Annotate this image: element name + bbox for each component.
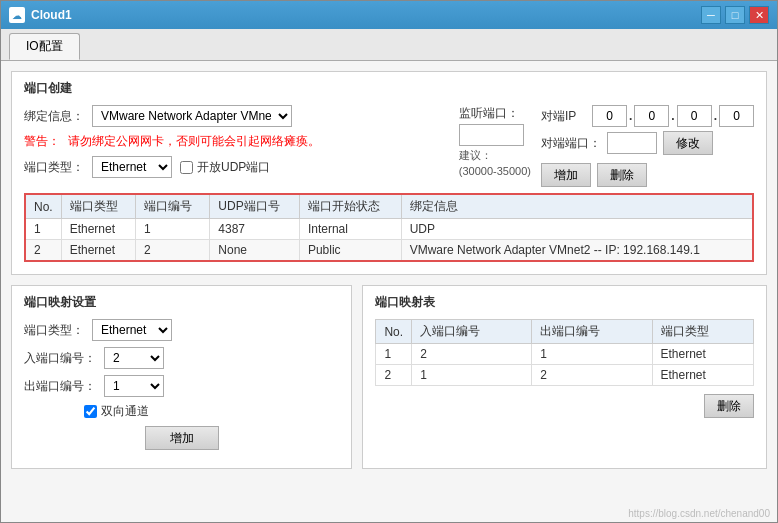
map-table-title: 端口映射表 [375,294,754,311]
listen-group: 监听端口： 30000 建议： (30000-35000) [459,105,531,177]
main-window: ☁ Cloud1 ─ □ ✕ IO配置 端口创建 绑定信息： [0,0,778,523]
ip-inputs: . . . [592,105,754,127]
map-delete-button[interactable]: 删除 [704,394,754,418]
port-create-title: 端口创建 [24,80,754,97]
delete-port-button[interactable]: 删除 [597,163,647,187]
close-button[interactable]: ✕ [749,6,769,24]
bottom-sections: 端口映射设置 端口类型： Ethernet 入端口编号： 2 出端口编号： [11,285,767,469]
action-buttons: 增加 删除 [541,163,754,187]
right-top: 监听端口： 30000 建议： (30000-35000) 对端IP [459,105,754,187]
side-panel: 绑定信息： VMware Network Adapter VMnet2 -- I… [24,105,754,187]
ip-octet-2[interactable] [634,105,669,127]
map-row2-in: 1 [412,365,532,386]
map-row1-in: 2 [412,344,532,365]
map-in-port-label: 入端口编号： [24,350,96,367]
warning-label: 警告： [24,133,60,150]
peer-ip-row: 对端IP . . . [541,105,754,127]
row1-no: 1 [25,219,61,240]
table-row[interactable]: 2 Ethernet 2 None Public VMware Network … [25,240,753,262]
port-type-row: 端口类型： Ethernet 开放UDP端口 [24,156,443,178]
row2-no: 2 [25,240,61,262]
listen-hint: 建议： [459,148,531,163]
map-row2-out: 2 [532,365,652,386]
row2-state: Public [299,240,401,262]
row1-num: 1 [136,219,210,240]
app-icon: ☁ [9,7,25,23]
col-no: No. [25,194,61,219]
map-in-port-row: 入端口编号： 2 [24,347,339,369]
row1-type: Ethernet [61,219,135,240]
row2-num: 2 [136,240,210,262]
map-out-port-row: 出端口编号： 1 [24,375,339,397]
port-type-select[interactable]: Ethernet [92,156,172,178]
port-type-label: 端口类型： [24,159,84,176]
row2-type: Ethernet [61,240,135,262]
minimize-button[interactable]: ─ [701,6,721,24]
bidirectional-label: 双向通道 [84,403,149,420]
col-udp: UDP端口号 [210,194,300,219]
content-area: 端口创建 绑定信息： VMware Network Adapter VMnet2… [1,61,777,522]
listen-port-input[interactable]: 30000 [459,124,524,146]
peer-port-label: 对端端口： [541,135,601,152]
table-row[interactable]: 1 Ethernet 1 4387 Internal UDP [25,219,753,240]
map-add-row: 增加 [24,426,339,450]
title-buttons: ─ □ ✕ [701,6,769,24]
map-table-section: 端口映射表 No. 入端口编号 出端口编号 端口类型 1 2 [362,285,767,469]
map-col-type: 端口类型 [652,320,753,344]
bind-select[interactable]: VMware Network Adapter VMnet2 -- IP: 192… [92,105,292,127]
listen-range: (30000-35000) [459,165,531,177]
map-add-button[interactable]: 增加 [145,426,219,450]
map-row2-no: 2 [376,365,412,386]
port-create-left: 绑定信息： VMware Network Adapter VMnet2 -- I… [24,105,443,187]
peer-port-row: 对端端口： 0 修改 [541,131,754,155]
port-create-right: 监听端口： 30000 建议： (30000-35000) 对端IP [459,105,754,187]
map-col-out: 出端口编号 [532,320,652,344]
row1-bind: UDP [401,219,753,240]
bidirectional-row: 双向通道 [24,403,339,420]
peer-ip-label: 对端IP [541,108,586,125]
port-create-section: 端口创建 绑定信息： VMware Network Adapter VMnet2… [11,71,767,275]
peer-port-input[interactable]: 0 [607,132,657,154]
warning-text: 请勿绑定公网网卡，否则可能会引起网络瘫痪。 [68,133,320,150]
map-settings-section: 端口映射设置 端口类型： Ethernet 入端口编号： 2 出端口编号： [11,285,352,469]
col-bind: 绑定信息 [401,194,753,219]
row1-state: Internal [299,219,401,240]
window-title: Cloud1 [31,8,72,22]
map-row2-type: Ethernet [652,365,753,386]
bind-label: 绑定信息： [24,108,84,125]
map-table: No. 入端口编号 出端口编号 端口类型 1 2 1 Ethernet [375,319,754,386]
col-num: 端口编号 [136,194,210,219]
map-settings-title: 端口映射设置 [24,294,339,311]
tab-bar: IO配置 [1,29,777,61]
map-col-in: 入端口编号 [412,320,532,344]
ip-octet-1[interactable] [592,105,627,127]
modify-button[interactable]: 修改 [663,131,713,155]
map-out-port-label: 出端口编号： [24,378,96,395]
ip-octet-3[interactable] [677,105,712,127]
add-port-button[interactable]: 增加 [541,163,591,187]
map-table-row[interactable]: 1 2 1 Ethernet [376,344,754,365]
port-table: No. 端口类型 端口编号 UDP端口号 端口开始状态 绑定信息 1 Ether… [24,193,754,262]
maximize-button[interactable]: □ [725,6,745,24]
ip-octet-4[interactable] [719,105,754,127]
title-bar-left: ☁ Cloud1 [9,7,72,23]
map-row1-no: 1 [376,344,412,365]
row2-bind: VMware Network Adapter VMnet2 -- IP: 192… [401,240,753,262]
map-out-port-select[interactable]: 1 [104,375,164,397]
title-bar: ☁ Cloud1 ─ □ ✕ [1,1,777,29]
bidirectional-checkbox[interactable] [84,405,97,418]
watermark: https://blog.csdn.net/chenand00 [628,508,770,519]
map-col-no: No. [376,320,412,344]
map-in-port-select[interactable]: 2 [104,347,164,369]
listen-label: 监听端口： [459,105,531,122]
col-type: 端口类型 [61,194,135,219]
peer-group: 对端IP . . . [541,105,754,187]
row2-udp: None [210,240,300,262]
map-table-row[interactable]: 2 1 2 Ethernet [376,365,754,386]
col-state: 端口开始状态 [299,194,401,219]
warning-row: 警告： 请勿绑定公网网卡，否则可能会引起网络瘫痪。 [24,133,443,150]
map-port-type-select[interactable]: Ethernet [92,319,172,341]
map-port-type-label: 端口类型： [24,322,84,339]
tab-io-config[interactable]: IO配置 [9,33,80,60]
udp-checkbox[interactable] [180,161,193,174]
